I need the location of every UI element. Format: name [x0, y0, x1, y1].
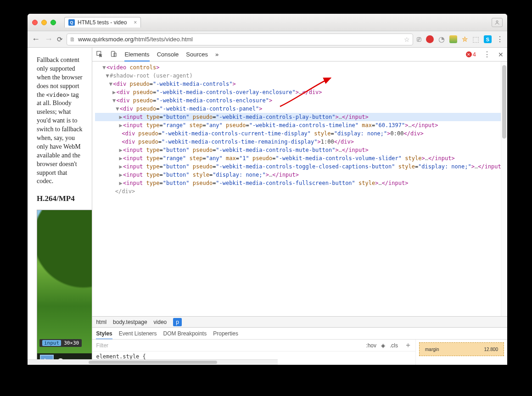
pin-icon[interactable]: ◈ [381, 342, 385, 349]
favicon-icon: Q [68, 19, 75, 26]
styles-tabbar: Styles Event Listeners DOM Breakpoints P… [92, 327, 507, 339]
devtools-menu-icon[interactable]: ⋮ [483, 50, 491, 59]
new-style-rule-icon[interactable]: ＋ [404, 340, 412, 350]
forward-button: → [44, 34, 53, 44]
inspect-icon[interactable] [96, 50, 103, 59]
site-info-icon[interactable]: 🗎 [70, 36, 75, 43]
address-bar[interactable]: 🗎 www.quirksmode.org/html5/tests/video.h… [67, 33, 413, 45]
video-player[interactable]: Big Buck BUNNY input 30×30 1:00 🔊 [37, 210, 92, 365]
cls-toggle[interactable]: .cls [390, 342, 398, 349]
extension-icon[interactable]: ⬚ [472, 35, 479, 44]
tab-properties[interactable]: Properties [213, 330, 238, 337]
extensions: ⎚ ◔ ✮ ⬚ S ⋮ [417, 35, 504, 44]
dom-tree[interactable]: ▼<video controls> ▼#shadow-root (user-ag… [92, 61, 507, 316]
tab-elements[interactable]: Elements [124, 51, 149, 61]
breadcrumb: html body.testpage video p [92, 316, 507, 327]
content-area: Fallback content only supported when the… [28, 48, 507, 365]
styles-filter-row: Filter :hov ◈ .cls ＋ [92, 340, 415, 351]
scrollbar-thumb[interactable] [89, 361, 217, 364]
tab-event-listeners[interactable]: Event Listeners [119, 330, 157, 337]
extension-icon[interactable] [449, 35, 457, 43]
extension-icon[interactable]: ◔ [438, 35, 445, 44]
tooltip-tag: input [42, 340, 61, 346]
url-host: www.quirksmode.org [78, 36, 134, 43]
url-path: /html5/tests/video.html [134, 36, 193, 43]
dom-selected-node: ▶<input type="button" pseudo="-webkit-me… [95, 113, 504, 121]
window-traffic-lights [32, 20, 56, 25]
error-badge[interactable]: ✕4 [466, 51, 476, 58]
horizontal-scrollbar[interactable] [28, 359, 278, 365]
code-literal: <video> [46, 92, 70, 98]
svg-rect-2 [112, 51, 115, 56]
extension-icon[interactable]: ✮ [462, 35, 468, 44]
box-label: margin [425, 347, 439, 352]
cast-icon[interactable]: ⎚ [417, 35, 421, 44]
toolbar: ← → ⟳ 🗎 www.quirksmode.org/html5/tests/v… [28, 31, 507, 48]
box-value: 12.800 [484, 347, 498, 352]
crumb-html[interactable]: html [96, 319, 106, 325]
devtools-close-icon[interactable]: ✕ [498, 51, 504, 58]
close-window-icon[interactable] [32, 20, 38, 25]
tooltip-dimensions: 30×30 [64, 340, 79, 346]
disclosure-triangle-icon[interactable]: ▼ [102, 63, 106, 72]
heading-h264: H.264/MP4 [37, 194, 83, 203]
scrollbar[interactable] [501, 61, 507, 316]
zoom-window-icon[interactable] [50, 20, 56, 25]
minimize-window-icon[interactable] [41, 20, 47, 25]
bookmark-star-icon[interactable]: ☆ [404, 36, 410, 43]
devtools-tabbar: Elements Console Sources » ✕4 ⋮ ✕ [92, 48, 507, 61]
svg-point-0 [496, 21, 498, 22]
tab-styles[interactable]: Styles [96, 330, 112, 340]
close-tab-icon[interactable]: × [134, 19, 137, 26]
tab-title: HTML5 tests - video [78, 19, 127, 26]
crumb-body[interactable]: body.testpage [113, 319, 147, 325]
tab-dom-breakpoints[interactable]: DOM Breakpoints [163, 330, 207, 337]
profile-icon[interactable] [492, 18, 503, 27]
browser-window: Q HTML5 tests - video × ← → ⟳ 🗎 www.quir… [28, 14, 507, 365]
back-button[interactable]: ← [31, 34, 40, 44]
page-viewport[interactable]: Fallback content only supported when the… [28, 48, 92, 365]
extension-icon[interactable] [426, 35, 434, 43]
inspector-tooltip: input 30×30 [39, 339, 82, 347]
box-model: margin 12.800 [415, 340, 507, 365]
browser-tab[interactable]: Q HTML5 tests - video × [64, 17, 141, 28]
paragraph: Fallback content only supported when the… [37, 56, 83, 186]
tab-console[interactable]: Console [157, 51, 179, 58]
filter-input[interactable]: Filter [96, 342, 108, 349]
tab-sources[interactable]: Sources [186, 51, 208, 58]
device-mode-icon[interactable] [110, 50, 117, 59]
disclosure-triangle-icon[interactable]: ▼ [105, 72, 110, 80]
reload-button[interactable]: ⟳ [57, 35, 63, 44]
crumb-p[interactable]: p [173, 318, 182, 326]
tab-overflow[interactable]: » [215, 51, 218, 58]
hov-toggle[interactable]: :hov [366, 342, 376, 349]
chrome-menu-icon[interactable]: ⋮ [496, 35, 504, 44]
scrollbar-thumb[interactable] [502, 65, 506, 139]
devtools-panel: Elements Console Sources » ✕4 ⋮ ✕ ▼<vide… [92, 48, 507, 365]
skype-icon[interactable]: S [484, 35, 492, 43]
crumb-video[interactable]: video [154, 319, 167, 325]
margin-box[interactable]: margin 12.800 [419, 342, 504, 356]
titlebar: Q HTML5 tests - video × [28, 14, 507, 31]
